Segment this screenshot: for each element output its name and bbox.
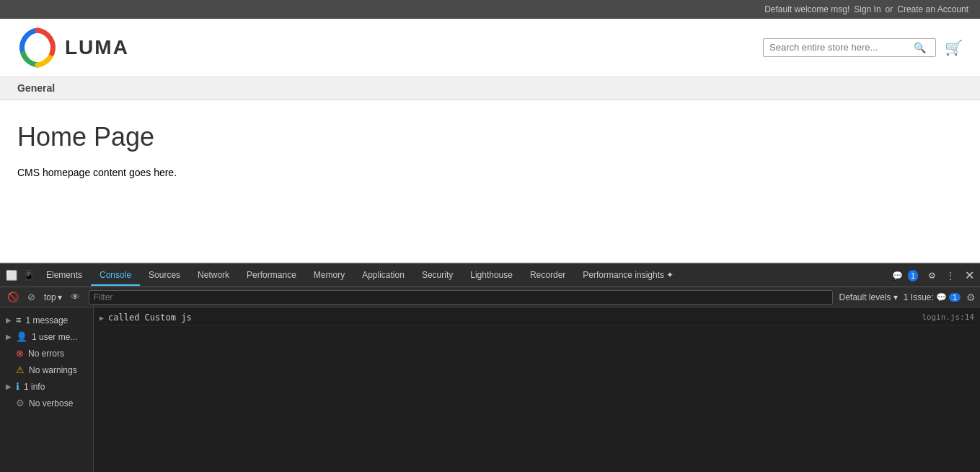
create-account-link[interactable]: Create an Account (897, 4, 968, 14)
tab-memory[interactable]: Memory (305, 266, 353, 286)
expand-console-line-icon[interactable]: ▶ (100, 314, 104, 322)
console-message-text: called Custom js (108, 313, 917, 323)
sidebar-item-user-messages[interactable]: ▶ 👤 1 user me... (0, 328, 93, 345)
page-content: Home Page CMS homepage content goes here… (0, 100, 980, 253)
search-input[interactable] (769, 42, 914, 53)
verbose-icon: ⚙ (16, 398, 25, 408)
logo-text[interactable]: LUMA (65, 36, 129, 59)
sidebar-item-errors[interactable]: ▶ ⊗ No errors (0, 345, 93, 362)
page-title: Home Page (17, 122, 963, 152)
user-messages-label: 1 user me... (32, 332, 77, 342)
default-levels-dropdown[interactable]: Default levels ▾ (839, 292, 897, 302)
issues-count-badge[interactable]: 💬 1 (886, 268, 921, 284)
luma-logo-icon[interactable] (17, 27, 58, 68)
cart-icon[interactable]: 🛒 (945, 39, 963, 56)
logo-area: LUMA (17, 27, 129, 68)
verbose-label: No verbose (29, 398, 73, 408)
messages-label: 1 message (26, 315, 69, 325)
sidebar-item-messages[interactable]: ▶ ≡ 1 message (0, 312, 93, 328)
tab-application[interactable]: Application (353, 266, 413, 286)
tab-elements[interactable]: Elements (37, 266, 91, 286)
user-icon: 👤 (16, 331, 27, 342)
search-box: 🔍 (763, 38, 936, 57)
device-toolbar-icon[interactable]: 📱 (20, 268, 37, 282)
errors-label: No errors (28, 349, 64, 359)
message-icon: 💬 (889, 269, 906, 282)
inspect-element-icon[interactable]: ⬜ (3, 268, 20, 282)
messages-icon: ≡ (16, 315, 22, 325)
info-icon: ℹ (16, 381, 19, 392)
devtools-main: ▶ ≡ 1 message ▶ 👤 1 user me... ▶ ⊗ No er… (0, 307, 980, 472)
issues-badge-count: 1 (949, 293, 961, 302)
cms-link[interactable]: CMS (17, 167, 40, 178)
tab-security[interactable]: Security (413, 266, 462, 286)
clear-console-icon[interactable]: 🚫 (4, 290, 22, 304)
search-icon[interactable]: 🔍 (914, 42, 926, 53)
nav-general[interactable]: General (17, 82, 55, 94)
console-output: ▶ called Custom js login.js:14 (94, 307, 980, 472)
console-line: ▶ called Custom js login.js:14 (100, 310, 974, 325)
welcome-message: Default welcome msg! (764, 4, 849, 14)
devtools-close-icon[interactable]: ✕ (962, 267, 977, 284)
nav-bar: General (0, 77, 980, 100)
devtools-sidebar: ▶ ≡ 1 message ▶ 👤 1 user me... ▶ ⊗ No er… (0, 307, 94, 472)
expand-user-icon: ▶ (6, 333, 12, 341)
devtools-tabs-right: 💬 1 ⚙ ⋮ ✕ (886, 267, 977, 284)
header: LUMA 🔍 🛒 (0, 19, 980, 77)
header-right: 🔍 🛒 (763, 38, 963, 57)
warning-icon: ⚠ (16, 364, 25, 375)
eye-icon[interactable]: 👁 (68, 290, 83, 304)
tab-lighthouse[interactable]: Lighthouse (462, 266, 521, 286)
sidebar-item-verbose[interactable]: ▶ ⚙ No verbose (0, 395, 93, 411)
context-selector[interactable]: top ▾ (41, 291, 65, 304)
top-bar: Default welcome msg! Sign In or Create a… (0, 0, 980, 19)
console-settings-icon[interactable]: ⚙ (966, 292, 976, 303)
page-body: CMS homepage content goes here. (17, 167, 963, 178)
sidebar-item-info[interactable]: ▶ ℹ 1 info (0, 378, 93, 395)
signin-link[interactable]: Sign In (854, 4, 880, 14)
issues-number: 1 (908, 270, 918, 281)
or-text: or (886, 4, 893, 14)
message-icon-small: 💬 (936, 292, 947, 302)
tab-recorder[interactable]: Recorder (521, 266, 574, 286)
devtools-settings-icon[interactable]: ⚙ (925, 269, 939, 282)
issues-text: 1 Issue: (904, 292, 934, 302)
tab-sources[interactable]: Sources (140, 266, 189, 286)
cms-body-text: homepage content goes here. (40, 167, 177, 178)
devtools-panel: ⬜ 📱 Elements Console Sources Network Per… (0, 263, 980, 472)
warnings-label: No warnings (29, 365, 77, 375)
console-filter-input[interactable] (89, 290, 834, 305)
expand-messages-icon: ▶ (6, 316, 12, 324)
devtools-more-icon[interactable]: ⋮ (943, 269, 958, 282)
tab-performance[interactable]: Performance (238, 266, 305, 286)
tab-performance-insights[interactable]: Performance insights ✦ (574, 266, 682, 286)
error-icon: ⊗ (16, 348, 24, 359)
devtools-tab-bar: ⬜ 📱 Elements Console Sources Network Per… (0, 264, 980, 287)
tab-console[interactable]: Console (91, 266, 140, 286)
devtools-console-toolbar: 🚫 ⊘ top ▾ 👁 Default levels ▾ 1 Issue: 💬 … (0, 287, 980, 307)
context-label: top (44, 292, 56, 302)
issues-badge[interactable]: 1 Issue: 💬 1 (904, 292, 961, 302)
sidebar-item-warnings[interactable]: ▶ ⚠ No warnings (0, 362, 93, 378)
context-dropdown-icon: ▾ (58, 292, 62, 302)
tab-network[interactable]: Network (189, 266, 238, 286)
block-network-icon[interactable]: ⊘ (25, 290, 38, 304)
expand-info-icon: ▶ (6, 383, 12, 390)
console-source-location[interactable]: login.js:14 (922, 313, 974, 322)
info-label: 1 info (24, 382, 45, 392)
